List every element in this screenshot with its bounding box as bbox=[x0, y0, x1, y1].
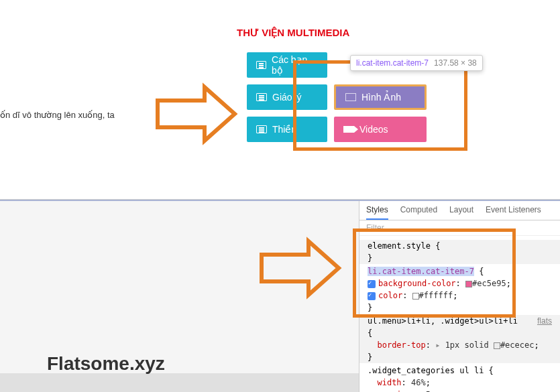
property-checkbox-checked[interactable] bbox=[368, 280, 376, 288]
color-swatch[interactable] bbox=[412, 293, 419, 300]
source-link[interactable]: flats bbox=[537, 315, 552, 327]
category-label: Các bạn bộ bbox=[272, 54, 318, 76]
devtools-tabs: Styles Computed Layout Event Listeners bbox=[359, 201, 560, 220]
color-swatch[interactable] bbox=[494, 342, 500, 349]
section-title-multimedia: THƯ VIỆN MULTIMEDIA bbox=[237, 27, 349, 39]
inspector-tooltip: li.cat-item.cat-item-7 137.58 × 38 bbox=[350, 55, 483, 71]
css-value[interactable]: #ec5e95 bbox=[472, 279, 506, 288]
css-value[interactable]: #ececec bbox=[500, 340, 535, 350]
css-property[interactable]: color bbox=[378, 291, 402, 300]
photo-icon bbox=[345, 93, 356, 101]
annotation-arrow-top bbox=[151, 80, 238, 147]
property-checkbox-checked[interactable] bbox=[368, 292, 376, 300]
category-button-hinh-anh[interactable]: Hình Ảnh bbox=[334, 84, 427, 110]
body-text-fragment: ốn dĩ vô thường lên xuống, ta bbox=[0, 110, 115, 120]
css-value[interactable]: 46% bbox=[411, 378, 426, 387]
category-button-cac-ban-bo[interactable]: Các bạn bộ bbox=[247, 52, 327, 78]
styles-rules-list: element.style {} li.cat-item.cat-item-7 … bbox=[359, 236, 560, 392]
expand-triangle-icon[interactable]: ▸ bbox=[435, 340, 440, 350]
tooltip-selector: li.cat-item.cat-item-7 bbox=[356, 58, 429, 68]
category-button-giao-ly[interactable]: Giáo lý bbox=[247, 84, 327, 110]
css-property[interactable]: background-color bbox=[378, 279, 456, 288]
rule-selector-highlighted[interactable]: li.cat-item.cat-item-7 bbox=[368, 267, 474, 276]
list-icon bbox=[256, 125, 267, 133]
tab-computed[interactable]: Computed bbox=[400, 205, 437, 220]
category-label: Thiền bbox=[272, 124, 296, 135]
category-label: Giáo lý bbox=[272, 92, 302, 103]
css-value[interactable]: 1px solid bbox=[445, 340, 489, 350]
video-icon bbox=[343, 126, 354, 133]
devtools-panel: Styles Computed Layout Event Listeners F… bbox=[359, 201, 560, 392]
styles-filter-input[interactable]: Filter bbox=[359, 220, 560, 236]
tab-layout[interactable]: Layout bbox=[449, 205, 473, 220]
rule-selector[interactable]: element.style bbox=[368, 241, 431, 251]
annotation-arrow-bottom bbox=[255, 235, 342, 302]
css-value[interactable]: #ffffff bbox=[419, 291, 453, 300]
list-icon bbox=[256, 93, 267, 101]
list-icon bbox=[256, 61, 266, 69]
category-button-thien[interactable]: Thiền bbox=[247, 117, 327, 142]
rule-selector[interactable]: .widget_categories ul li bbox=[368, 366, 484, 375]
color-swatch[interactable] bbox=[465, 281, 472, 287]
category-label: Videos bbox=[359, 124, 388, 135]
tab-event-listeners[interactable]: Event Listeners bbox=[486, 205, 541, 220]
bottom-shade bbox=[0, 373, 359, 392]
css-property[interactable]: width bbox=[377, 378, 401, 387]
rule-selector[interactable]: ul.menu>li+li, .widget>ul>li+li bbox=[368, 316, 518, 326]
category-button-videos[interactable]: Videos bbox=[334, 117, 427, 142]
tab-styles[interactable]: Styles bbox=[366, 205, 388, 220]
watermark-text: Flatsome.xyz bbox=[47, 353, 165, 375]
css-property[interactable]: border-top bbox=[377, 340, 425, 350]
category-label: Hình Ảnh bbox=[361, 92, 401, 103]
tooltip-dimensions: 137.58 × 38 bbox=[434, 58, 477, 68]
